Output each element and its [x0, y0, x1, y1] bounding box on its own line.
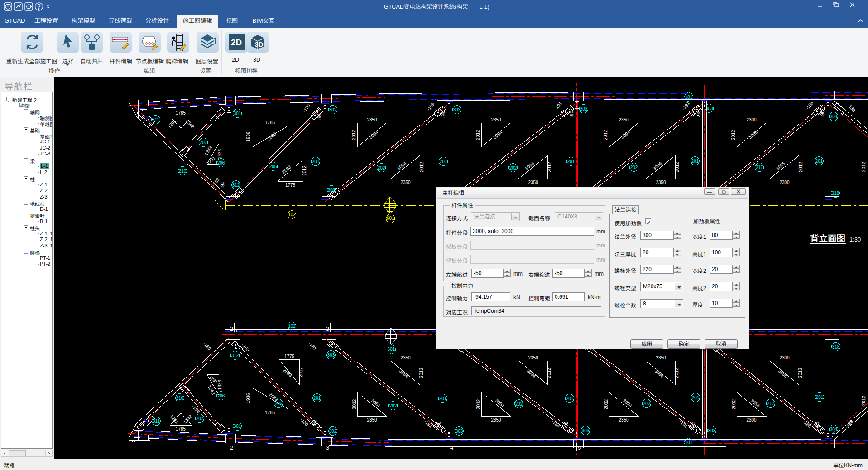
svg-text:202: 202	[389, 403, 397, 408]
svg-text:201: 201	[567, 159, 575, 164]
svg-text:3094: 3094	[492, 129, 503, 140]
svg-text:3D: 3D	[254, 40, 263, 48]
svg-text:304: 304	[830, 114, 838, 119]
svg-text:-94: -94	[317, 113, 322, 120]
svg-text:2012: 2012	[547, 368, 552, 378]
svg-text:201: 201	[815, 159, 823, 164]
svg-text:2D: 2D	[231, 38, 242, 47]
svg-text:311: 311	[153, 419, 160, 424]
svg-text:1342: 1342	[182, 413, 193, 424]
svg-text:303: 303	[327, 353, 335, 358]
svg-text:1936: 1936	[217, 149, 222, 159]
svg-text:3058: 3058	[750, 398, 761, 408]
svg-text:-160: -160	[299, 417, 309, 427]
svg-text:2012: 2012	[352, 399, 357, 409]
svg-text:-90: -90	[220, 181, 225, 188]
svg-text:2350: 2350	[367, 117, 377, 122]
svg-text:201: 201	[816, 395, 824, 400]
svg-text:3094: 3094	[622, 398, 633, 408]
svg-text:301: 301	[234, 424, 241, 429]
svg-text:4: 4	[450, 444, 453, 451]
svg-text:2: 2	[230, 444, 233, 451]
svg-text:201: 201	[439, 396, 447, 401]
svg-text:207: 207	[200, 140, 207, 145]
svg-text:2012: 2012	[419, 162, 424, 172]
svg-text:2300: 2300	[746, 417, 757, 422]
svg-text:2350: 2350	[619, 417, 629, 422]
svg-text:2012: 2012	[861, 395, 866, 406]
svg-text:201: 201	[440, 159, 447, 164]
svg-text:102: 102	[288, 324, 296, 329]
svg-text:101: 101	[685, 440, 693, 445]
svg-text:3055: 3055	[748, 129, 758, 140]
svg-text:1291: 1291	[167, 118, 177, 129]
svg-text:1: 1	[235, 328, 238, 333]
svg-text:-188: -188	[847, 103, 857, 113]
svg-text:312: 312	[232, 183, 240, 188]
svg-text:-191: -191	[553, 101, 563, 111]
svg-text:1785: 1785	[176, 111, 186, 116]
svg-text:3094: 3094	[652, 160, 662, 171]
svg-text:3094: 3094	[396, 160, 407, 171]
svg-text:2: 2	[230, 325, 233, 332]
svg-text:2683: 2683	[281, 164, 292, 174]
svg-text:-181: -181	[308, 341, 318, 351]
svg-text:102: 102	[288, 212, 296, 217]
svg-text:-92: -92	[564, 422, 569, 428]
svg-text:1936: 1936	[246, 393, 251, 403]
svg-text:303: 303	[328, 188, 336, 193]
svg-text:背立面图: 背立面图	[810, 233, 845, 243]
svg-text:201: 201	[692, 395, 700, 400]
svg-text:2350: 2350	[400, 355, 411, 360]
svg-text:303: 303	[456, 429, 463, 434]
svg-text:2012: 2012	[731, 399, 736, 409]
svg-text:-90: -90	[436, 422, 441, 428]
svg-text:201: 201	[312, 159, 320, 164]
svg-text:3094: 3094	[526, 368, 537, 379]
svg-text:2350: 2350	[619, 117, 629, 122]
svg-text:2012: 2012	[798, 368, 803, 378]
svg-text:303: 303	[582, 428, 590, 433]
svg-text:302: 302	[329, 429, 337, 434]
svg-text:2300: 2300	[779, 180, 790, 185]
svg-text:202: 202	[378, 165, 385, 170]
svg-text:101: 101	[685, 95, 693, 100]
svg-text:1342: 1342	[185, 118, 196, 129]
svg-text:205: 205	[275, 401, 283, 406]
svg-text:201: 201	[313, 396, 321, 401]
svg-text:206: 206	[217, 393, 225, 398]
svg-text:2350: 2350	[656, 355, 666, 360]
svg-text:303: 303	[453, 107, 461, 112]
svg-text:1775: 1775	[284, 354, 295, 359]
svg-text:2350: 2350	[491, 117, 501, 122]
svg-text:-191: -191	[681, 101, 691, 111]
svg-text:-160: -160	[241, 343, 251, 353]
svg-text:601: 601	[388, 347, 395, 352]
svg-text:2012: 2012	[675, 162, 680, 172]
svg-text:-189: -189	[202, 341, 212, 351]
svg-text:2300: 2300	[746, 117, 757, 122]
svg-text:202: 202	[643, 401, 651, 406]
svg-text:3094: 3094	[494, 398, 505, 408]
svg-text:-90: -90	[815, 422, 820, 428]
svg-text:1785: 1785	[265, 410, 275, 415]
svg-text:3094: 3094	[654, 368, 665, 379]
svg-text:3: 3	[326, 325, 329, 332]
svg-text:601: 601	[387, 216, 394, 221]
svg-text:2012: 2012	[352, 130, 357, 140]
svg-text:301: 301	[234, 111, 241, 116]
svg-text:304: 304	[830, 427, 838, 432]
svg-text:217: 217	[756, 165, 763, 170]
svg-text:2300: 2300	[779, 355, 790, 360]
svg-text:-94: -94	[441, 111, 446, 118]
svg-text:202: 202	[630, 165, 638, 170]
svg-text:210: 210	[176, 396, 184, 401]
svg-text:3084: 3084	[398, 368, 409, 379]
svg-text:318: 318	[832, 344, 840, 349]
svg-text:-188: -188	[802, 419, 812, 429]
svg-text:3094: 3094	[368, 129, 379, 140]
svg-text:1775: 1775	[285, 183, 296, 188]
svg-text:1342: 1342	[204, 145, 213, 156]
svg-text:2350: 2350	[528, 180, 538, 185]
svg-text:217: 217	[767, 401, 775, 406]
